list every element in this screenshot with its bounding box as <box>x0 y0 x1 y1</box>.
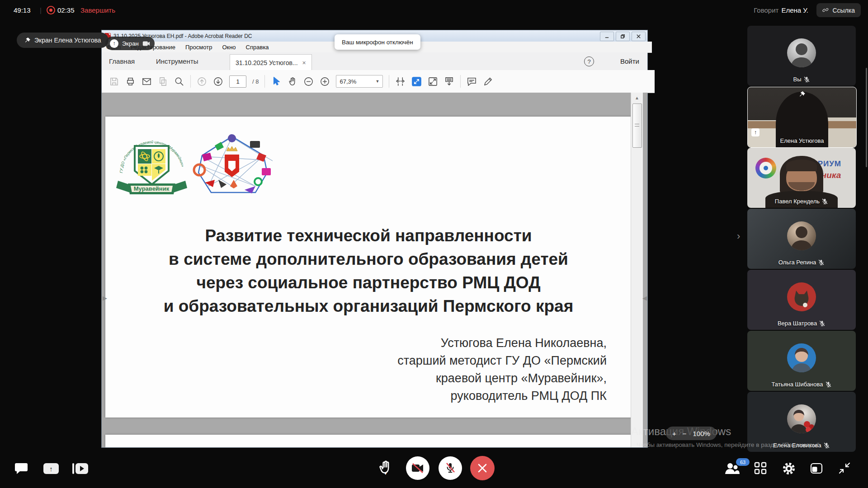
network-logo <box>191 133 273 200</box>
hand-tool-icon[interactable] <box>287 76 297 87</box>
slide-title-line: через социальное партнерство РМЦ ДОД <box>105 271 632 295</box>
top-bar: 49:13 | 02:35 Завершить Говорит Елена У.… <box>0 0 868 20</box>
zoom-value-label: 100% <box>693 430 710 437</box>
search-icon[interactable] <box>174 76 184 87</box>
select-tool-icon[interactable] <box>271 76 281 87</box>
zoom-plus-button[interactable]: + <box>672 430 676 437</box>
page-total-label: / 8 <box>252 78 259 85</box>
speaker-beard <box>786 182 817 192</box>
settings-gear-button[interactable] <box>782 462 796 475</box>
close-button[interactable] <box>632 32 646 41</box>
sidebar-collapse-icon[interactable]: › <box>737 230 740 242</box>
participant-tile-vera-shatrova[interactable]: Вера Шатрова <box>747 270 856 330</box>
windows-activation-hint: Чтобы активировать Windows, перейдите в … <box>637 441 821 448</box>
speaking-name: Елена У. <box>781 6 808 14</box>
participant-tile-pavel-krendel[interactable]: АНТОРИУМ отоника Павел Крендель <box>747 148 856 208</box>
save-icon[interactable] <box>109 76 119 87</box>
muravejnik-logo: ГУ ДО «Пермский краевой центр «Муравейни… <box>114 130 189 202</box>
mic-muted-icon <box>821 198 828 205</box>
participant-name: Татьяна Шибанова <box>771 381 823 388</box>
slide-author-line: Устюгова Елена Николаевна, <box>397 334 607 352</box>
menu-window[interactable]: Окно <box>222 44 236 51</box>
screen-share-button[interactable]: ↑ <box>43 463 59 474</box>
scrolling-mode-icon[interactable] <box>444 76 454 87</box>
zoom-in-icon[interactable] <box>320 76 330 87</box>
participant-tile-self[interactable]: Вы <box>747 26 856 86</box>
screen-share-badge[interactable]: ↑ Экран <box>105 37 155 50</box>
sign-in-button[interactable]: Войти <box>620 52 639 70</box>
share-zoom-control: + − 100% <box>666 427 717 440</box>
tab-document[interactable]: 31.10.2025 Устюгов... × <box>230 54 312 70</box>
pinned-screen-badge[interactable]: Экран Елена Устюгова <box>17 33 108 48</box>
mic-muted-icon <box>825 381 832 388</box>
end-recording-button[interactable]: Завершить <box>80 0 115 20</box>
zoom-level-select[interactable]: 67,3% ▼ <box>336 75 383 88</box>
mic-muted-icon <box>823 442 830 449</box>
slide-title-line: Развитие технической направленности <box>105 224 632 248</box>
grid-view-button[interactable] <box>754 462 767 474</box>
collapse-view-button[interactable] <box>838 462 851 474</box>
avatar <box>787 404 816 433</box>
pdf-scrollbar[interactable]: ▲ <box>631 93 643 447</box>
pinned-screen-label: Экран Елена Устюгова <box>34 37 101 44</box>
previous-page-icon[interactable] <box>197 76 207 87</box>
scroll-up-icon[interactable]: ▲ <box>631 95 643 100</box>
mic-muted-tooltip: Ваш микрофон отключён <box>335 34 420 50</box>
avatar <box>787 38 816 67</box>
participant-name: Ольга Репина <box>778 259 816 266</box>
participant-name: Павел Крендель <box>775 198 820 205</box>
tab-close-icon[interactable]: × <box>302 59 306 66</box>
page-number-input[interactable]: 1 <box>229 75 246 88</box>
menu-help[interactable]: Справка <box>246 44 269 51</box>
zoom-level-value: 67,3% <box>340 78 356 85</box>
pdf-page-1: ГУ ДО «Пермский краевой центр «Муравейни… <box>105 117 632 418</box>
chat-button[interactable] <box>14 462 28 474</box>
raise-hand-button[interactable]: ♥ <box>378 460 392 476</box>
help-icon[interactable]: ? <box>584 56 594 66</box>
menu-view[interactable]: Просмотр <box>185 44 212 51</box>
record-indicator-icon <box>47 0 55 20</box>
zoom-minus-button[interactable]: − <box>683 430 687 437</box>
fit-width-icon[interactable] <box>395 76 406 87</box>
minimize-button[interactable] <box>600 32 614 41</box>
zoom-out-icon[interactable] <box>303 76 314 87</box>
participant-name: Вы <box>793 76 801 83</box>
slide-author-line: краевой центр «Муравейник», <box>397 370 607 387</box>
end-call-button[interactable] <box>470 456 495 480</box>
media-share-button[interactable] <box>72 463 88 474</box>
print-icon[interactable] <box>125 76 136 87</box>
tab-tools[interactable]: Инструменты <box>156 52 198 70</box>
acrobat-tabbar: Главная Инструменты 31.10.2025 Устюгов..… <box>102 52 647 70</box>
restore-button[interactable] <box>616 32 630 41</box>
email-icon[interactable] <box>142 76 152 87</box>
full-screen-icon[interactable] <box>428 76 438 87</box>
picture-in-picture-button[interactable] <box>810 463 823 474</box>
slide-author: Устюгова Елена Николаевна, старший метод… <box>397 334 607 405</box>
camera-icon <box>142 41 150 47</box>
fit-page-icon[interactable] <box>411 76 422 87</box>
topbar-divider: | <box>40 0 42 20</box>
comment-icon[interactable] <box>467 76 477 87</box>
slide-author-line: руководитель РМЦ ДОД ПК <box>397 387 607 405</box>
recording-time: 02:35 <box>57 0 75 20</box>
mic-off-button[interactable] <box>439 456 462 480</box>
tab-home[interactable]: Главная <box>109 52 135 70</box>
invite-link-button[interactable]: Ссылка <box>816 3 861 17</box>
pen-icon[interactable] <box>483 76 493 87</box>
copy-pages-icon[interactable] <box>158 76 168 87</box>
avatar <box>787 221 816 250</box>
participant-tile-olga-repina[interactable]: Ольга Репина <box>747 209 856 269</box>
slide-title: Развитие технической направленности в си… <box>105 224 632 318</box>
meeting-window: 49:13 | 02:35 Завершить Говорит Елена У.… <box>0 0 868 488</box>
show-left-panel-icon[interactable]: ▶ <box>103 295 107 301</box>
camera-off-button[interactable] <box>406 456 429 480</box>
participant-tile-elena-ustyugova[interactable]: ↑ Елена Устюгова <box>747 87 857 148</box>
participant-tile-tatyana-shibanova[interactable]: Татьяна Шибанова <box>747 331 856 391</box>
show-right-panel-icon[interactable]: ◀ <box>642 295 647 301</box>
slide-author-line: старший методист ГУ ДО «Пермский <box>397 352 607 370</box>
screen-share-label: Экран <box>122 40 139 47</box>
participants-scrollbar[interactable] <box>866 68 867 167</box>
scrollbar-thumb[interactable] <box>632 103 642 148</box>
slide-title-line: в системе дополнительного образования де… <box>105 248 632 271</box>
next-page-icon[interactable] <box>213 76 223 87</box>
